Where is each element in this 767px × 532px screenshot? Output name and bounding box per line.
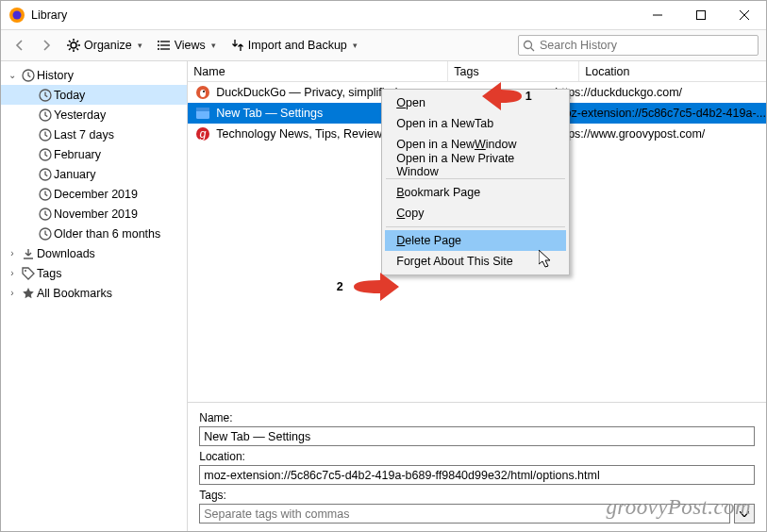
annotation-2: 2 bbox=[333, 269, 369, 305]
sidebar-item-february[interactable]: February bbox=[1, 144, 187, 164]
sidebar-item-december-2019[interactable]: December 2019 bbox=[1, 184, 187, 204]
watermark: groovyPost.com bbox=[606, 495, 751, 520]
sidebar-item-label: Last 7 days bbox=[54, 128, 114, 141]
svg-point-18 bbox=[158, 41, 159, 42]
sidebar: ⌄HistoryTodayYesterdayLast 7 daysFebruar… bbox=[1, 61, 188, 531]
back-button[interactable] bbox=[8, 34, 31, 57]
toolbar: Organize▾ Views▾ Import and Backup▾ bbox=[1, 30, 766, 61]
svg-rect-37 bbox=[196, 108, 209, 111]
column-location[interactable]: Location bbox=[579, 61, 766, 81]
clock-icon bbox=[37, 128, 54, 141]
close-button[interactable] bbox=[723, 1, 766, 30]
chevron-down-icon: ▾ bbox=[353, 41, 358, 50]
column-headers: Name Tags Location bbox=[188, 61, 766, 82]
favicon-icon: g bbox=[193, 126, 212, 141]
favicon-icon bbox=[193, 85, 212, 100]
sidebar-item-label: Yesterday bbox=[54, 108, 106, 122]
detail-location-label: Location: bbox=[199, 450, 755, 463]
cursor-icon bbox=[539, 250, 554, 269]
sidebar-item-label: Tags bbox=[37, 267, 61, 280]
clock-icon bbox=[37, 148, 54, 161]
menu-item-bookmark-page[interactable]: Bookmark Page bbox=[385, 182, 566, 203]
import-backup-menu[interactable]: Import and Backup▾ bbox=[225, 34, 363, 57]
organize-menu[interactable]: Organize▾ bbox=[61, 34, 148, 57]
sidebar-item-all-bookmarks[interactable]: ›All Bookmarks bbox=[1, 283, 187, 303]
sidebar-item-november-2019[interactable]: November 2019 bbox=[1, 204, 187, 224]
sidebar-item-tags[interactable]: ›Tags bbox=[1, 263, 187, 283]
svg-point-34 bbox=[200, 90, 206, 97]
menu-item-open-in-a-new-private-window[interactable]: Open in a New Private Window bbox=[385, 155, 566, 175]
search-icon bbox=[523, 40, 535, 52]
content-pane: Name Tags Location DuckDuckGo — Privacy,… bbox=[188, 61, 766, 531]
sidebar-item-label: Older than 6 months bbox=[54, 227, 160, 241]
detail-name-input[interactable] bbox=[199, 426, 755, 446]
clock-icon bbox=[37, 89, 54, 102]
star-icon bbox=[20, 287, 37, 300]
svg-line-14 bbox=[69, 48, 71, 50]
column-name[interactable]: Name bbox=[188, 61, 448, 81]
sidebar-item-last-7-days[interactable]: Last 7 days bbox=[1, 125, 187, 144]
chevron-down-icon: ▾ bbox=[138, 41, 142, 50]
menu-item-open-in-a-new-tab[interactable]: Open in a New Tab bbox=[385, 113, 566, 134]
row-name: DuckDuckGo — Privacy, simplified. bbox=[212, 86, 401, 99]
twisty-icon: › bbox=[5, 288, 20, 298]
svg-point-1 bbox=[13, 11, 22, 20]
forward-button[interactable] bbox=[35, 34, 58, 57]
twisty-icon: › bbox=[5, 248, 20, 258]
clock-icon bbox=[37, 227, 54, 241]
minimize-button[interactable] bbox=[636, 1, 679, 30]
sidebar-item-label: December 2019 bbox=[54, 188, 138, 201]
sidebar-item-yesterday[interactable]: Yesterday bbox=[1, 105, 187, 125]
sidebar-item-today[interactable]: Today bbox=[1, 85, 187, 105]
row-location: https://www.groovypost.com/ bbox=[555, 127, 766, 141]
sidebar-item-label: January bbox=[54, 168, 95, 181]
sidebar-item-older-than-6-months[interactable]: Older than 6 months bbox=[1, 224, 187, 243]
sidebar-item-label: February bbox=[54, 148, 101, 161]
window-title: Library bbox=[31, 8, 636, 22]
menu-item-copy[interactable]: Copy bbox=[385, 203, 566, 224]
menu-item-open[interactable]: Open bbox=[385, 92, 566, 113]
sidebar-item-january[interactable]: January bbox=[1, 164, 187, 184]
svg-line-13 bbox=[76, 41, 78, 42]
sidebar-item-downloads[interactable]: ›Downloads bbox=[1, 243, 187, 263]
svg-line-22 bbox=[531, 47, 535, 51]
sidebar-item-history[interactable]: ⌄History bbox=[1, 65, 187, 85]
sidebar-item-label: November 2019 bbox=[54, 208, 138, 221]
row-location: https://duckduckgo.com/ bbox=[555, 86, 766, 99]
row-name: Technology News, Tips, Reviews bbox=[212, 127, 388, 141]
menu-separator bbox=[386, 226, 565, 227]
clock-icon bbox=[37, 208, 54, 221]
svg-point-35 bbox=[203, 91, 205, 92]
views-menu[interactable]: Views▾ bbox=[152, 34, 222, 57]
row-location: moz-extension://5c86c7c5-d4b2-419a-... bbox=[555, 107, 766, 120]
svg-text:g: g bbox=[200, 127, 207, 141]
menu-item-delete-page[interactable]: Delete Page bbox=[385, 230, 566, 251]
sidebar-item-label: Today bbox=[54, 89, 85, 102]
context-menu: 1 2 OpenOpen in a New TabOpen in a New W… bbox=[381, 89, 570, 275]
sidebar-item-label: Downloads bbox=[37, 247, 95, 260]
svg-point-21 bbox=[525, 41, 532, 48]
twisty-icon: › bbox=[5, 268, 20, 278]
chevron-down-icon: ▾ bbox=[211, 41, 216, 50]
svg-point-6 bbox=[71, 42, 76, 48]
sidebar-item-label: All Bookmarks bbox=[37, 287, 112, 300]
svg-rect-3 bbox=[697, 11, 706, 20]
import-icon bbox=[231, 39, 244, 52]
detail-location-input[interactable] bbox=[199, 465, 755, 485]
app-icon bbox=[8, 7, 25, 24]
favicon-icon bbox=[193, 106, 212, 121]
annotation-1: 1 bbox=[501, 78, 537, 114]
search-input[interactable] bbox=[540, 39, 754, 52]
maximize-button[interactable] bbox=[679, 1, 723, 30]
download-icon bbox=[20, 247, 37, 260]
clock-icon bbox=[37, 108, 54, 122]
svg-point-19 bbox=[158, 44, 159, 46]
search-box[interactable] bbox=[518, 35, 759, 56]
clock-icon bbox=[20, 69, 37, 82]
svg-line-11 bbox=[69, 41, 71, 42]
detail-name-label: Name: bbox=[199, 411, 755, 424]
gear-icon bbox=[67, 39, 80, 52]
svg-point-32 bbox=[25, 270, 26, 272]
tag-icon bbox=[20, 267, 37, 280]
svg-point-20 bbox=[158, 48, 159, 50]
